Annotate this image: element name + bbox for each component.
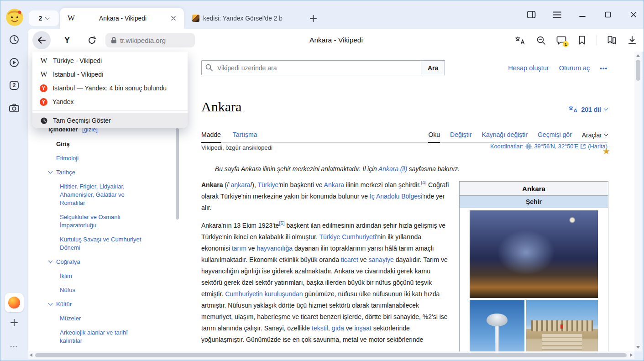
comments-icon[interactable]: 1 xyxy=(555,34,567,46)
toc-item[interactable]: Giriş xyxy=(48,140,147,148)
vertical-scrollbar[interactable] xyxy=(634,52,642,351)
horizontal-scrollbar-thumb[interactable] xyxy=(35,353,627,357)
chevron-down-icon xyxy=(604,132,608,136)
history-menu-item[interactable]: W İstanbul - Vikipedi xyxy=(32,68,188,81)
horizontal-scrollbar[interactable] xyxy=(28,351,634,359)
namespace-tab[interactable]: Tartışma xyxy=(233,131,257,142)
back-history-dropdown: W Türkiye - Vikipedi W İstanbul - Vikipe… xyxy=(32,52,188,128)
infobox-image-atakule-tower[interactable] xyxy=(470,300,524,351)
rail-more-button[interactable]: ••• xyxy=(0,344,28,349)
chevron-down-icon[interactable] xyxy=(48,301,53,306)
profile-avatar[interactable] xyxy=(6,9,23,26)
toc-item[interactable]: Selçuklular ve Osmanlı İmparatorluğu xyxy=(48,213,147,230)
tab-ankara-vikipedi[interactable]: W Ankara - Vikipedi xyxy=(60,8,184,29)
history-menu-item[interactable]: Y Yandex xyxy=(32,95,188,109)
coordinates-value[interactable]: 39°56′N, 32°50′E xyxy=(534,143,578,150)
intro-paragraph-2: Ankara'nın 13 Ekim 1923'te[5] başkent il… xyxy=(201,220,450,345)
menu-icon[interactable] xyxy=(551,9,562,20)
side-panel-icon[interactable] xyxy=(526,9,537,20)
minimize-button[interactable] xyxy=(577,9,588,20)
scroll-up-arrow[interactable] xyxy=(636,54,640,57)
coordinates-label[interactable]: Koordinatlar: xyxy=(490,143,524,150)
infobox-image-anitkabir[interactable] xyxy=(526,300,598,351)
tab-title: Ankara - Vikipedi xyxy=(76,15,169,22)
avatar-face-icon xyxy=(6,9,23,26)
article-tabs: MaddeTartışma OkuDeğiştirKaynağı değişti… xyxy=(201,129,607,143)
toc-item[interactable]: Tarihçe xyxy=(48,168,147,177)
tools-menu-button[interactable]: Araçlar xyxy=(582,131,607,142)
close-window-button[interactable] xyxy=(628,9,639,20)
toc-item[interactable]: Coğrafya xyxy=(48,258,147,266)
tab-count-button[interactable]: 2 xyxy=(29,10,59,26)
view-tab[interactable]: Oku xyxy=(428,131,440,143)
infobox-subtitle: Şehir xyxy=(460,196,608,208)
toc-item[interactable]: Kültür xyxy=(48,300,147,309)
tab-title: kedisi: Yandex Görsel'de 2 b xyxy=(203,15,296,22)
navigation-toolbar: Y tr.wikipedia.org Ankara - Vikipedi 1 xyxy=(28,29,644,52)
tabs-panel-icon[interactable]: 2 xyxy=(5,77,23,94)
vertical-scrollbar-thumb[interactable] xyxy=(636,60,640,81)
yandex-search-button[interactable]: Y xyxy=(59,32,75,48)
infobox-image-night-cityscape[interactable] xyxy=(470,210,598,298)
tab-close-icon[interactable] xyxy=(169,14,178,22)
featured-article-star-icon[interactable]: ★ xyxy=(602,146,610,157)
bookmark-icon[interactable] xyxy=(576,34,588,46)
language-count: 201 dil xyxy=(581,106,601,113)
menu-divider xyxy=(32,110,188,111)
reload-icon xyxy=(88,36,96,45)
history-clock-icon xyxy=(40,116,48,125)
language-selector-button[interactable]: A 201 dil xyxy=(568,105,607,113)
toc-item[interactable]: Kurtuluş Savaşı ve Cumhuriyet Dönemi xyxy=(48,235,147,252)
infobox-title: Ankara xyxy=(460,182,608,196)
scroll-right-arrow[interactable] xyxy=(630,353,633,357)
collections-icon[interactable] xyxy=(606,34,618,46)
rail-add-button[interactable] xyxy=(7,316,21,330)
history-menu-item[interactable]: Y Istanbul — Yandex: 4 bin sonuç bulundu xyxy=(32,81,188,95)
toc-item[interactable]: İklim xyxy=(48,272,147,280)
toc-item[interactable]: Etimoloji xyxy=(48,154,147,162)
comments-badge: 1 xyxy=(563,41,569,47)
hatnote: Bu sayfa Ankara ilinin şehir merkezini a… xyxy=(215,164,489,174)
history-menu-item[interactable]: W Türkiye - Vikipedi xyxy=(32,54,188,68)
history-icon[interactable] xyxy=(5,31,23,48)
history-items: W Türkiye - Vikipedi W İstanbul - Vikipe… xyxy=(32,54,188,109)
toc-item[interactable]: Hititler, Frigler, Lidyalılar, Ahamenişl… xyxy=(48,183,147,207)
browser-window: 2 W Ankara - Vikipedi kedisi: Yandex Gör… xyxy=(0,0,644,361)
maximize-button[interactable] xyxy=(602,9,613,20)
view-tab[interactable]: Geçmişi gör xyxy=(538,131,572,142)
screenshot-icon[interactable] xyxy=(5,99,23,117)
toc-scrollbar-thumb[interactable] xyxy=(176,128,179,220)
show-full-history-item[interactable]: Tam Geçmişi Göster xyxy=(32,113,188,128)
view-tab[interactable]: Değiştir xyxy=(450,131,471,142)
scroll-left-arrow[interactable] xyxy=(30,353,32,357)
chevron-down-icon xyxy=(45,15,50,20)
toolbar-actions: 1 xyxy=(514,34,638,46)
new-tab-button[interactable] xyxy=(307,12,319,24)
address-bar[interactable]: tr.wikipedia.org xyxy=(105,33,195,47)
tab-count-value: 2 xyxy=(39,15,42,22)
chevron-down-icon[interactable] xyxy=(48,169,53,174)
reload-button[interactable] xyxy=(84,32,100,48)
toc-item[interactable]: Müzeler xyxy=(48,314,147,323)
view-tab[interactable]: Kaynağı değiştir xyxy=(482,131,528,142)
downloads-icon[interactable] xyxy=(626,34,638,46)
tab-yandex-gorsel[interactable]: kedisi: Yandex Görsel'de 2 b xyxy=(186,8,303,29)
toc-item[interactable]: Nüfus xyxy=(48,286,147,294)
back-button[interactable] xyxy=(32,31,51,49)
namespace-tab[interactable]: Madde xyxy=(201,131,221,143)
toc-list: Giriş Etimoloji Tarihçe Hititler xyxy=(48,140,185,345)
globe-icon xyxy=(525,143,532,150)
coordinates: Koordinatlar: 39°56′N, 32°50′E (Harita) xyxy=(490,143,607,150)
zoom-icon[interactable] xyxy=(535,34,547,46)
language-icon: A xyxy=(568,105,578,113)
scroll-down-arrow[interactable] xyxy=(636,346,640,349)
toc-item[interactable]: Arkeolojik alanlar ve tarihî kalıntılar xyxy=(48,329,147,345)
flag-detail xyxy=(560,324,563,329)
browser-logo-orb-icon xyxy=(8,297,20,309)
chevron-down-icon[interactable] xyxy=(48,259,53,263)
translate-icon[interactable] xyxy=(514,34,526,46)
play-media-icon[interactable] xyxy=(5,54,23,71)
yandex-browser-logo[interactable] xyxy=(5,293,24,312)
image-favicon xyxy=(192,15,199,22)
svg-text:A: A xyxy=(574,108,577,113)
